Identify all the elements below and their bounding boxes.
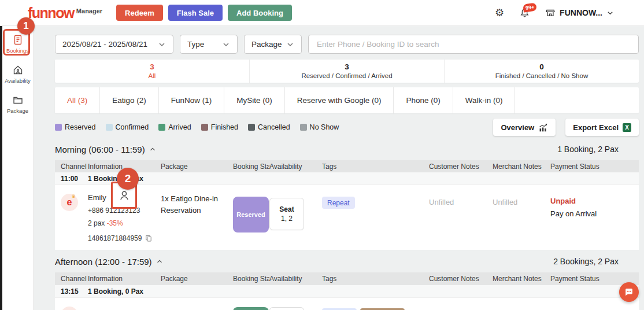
legend-swatch [201,124,208,131]
legend-swatch [158,124,165,131]
time-group-row: 13:15 1 Booking, 0 Pax [55,285,639,298]
stat-value: 3 [345,62,349,72]
overview-label: Overview [501,123,534,132]
date-range-picker[interactable]: 2025/08/21 - 2025/08/21 [55,35,173,54]
legend-no-show: No Show [300,123,339,131]
chat-bubble-icon [624,287,634,297]
status-badge-arrived[interactable]: Arrived [233,307,269,310]
eatigo-channel-icon: e ♛ [61,194,78,211]
redeem-button[interactable]: Redeem [116,5,163,21]
time-slot: 11:00 [61,175,88,183]
tab-mysite[interactable]: MySite (0) [224,87,285,113]
merchant-notes-cell: Unfilled [493,305,550,310]
afternoon-section-toggle[interactable]: Afternoon (12:00 - 17:59) [55,257,163,267]
crown-accent-icon: ♛ [72,194,76,199]
tab-funnow[interactable]: FunNow (1) [159,87,225,113]
sidebar-item-package[interactable]: Package [2,94,33,114]
chat-support-button[interactable] [619,282,639,302]
tab-phone[interactable]: Phone (0) [394,87,453,113]
availability-cell [269,305,322,310]
add-booking-button[interactable]: Add Booking [228,5,292,21]
booking-status-cell: Reserved [233,192,269,250]
package-cell: 1x Individual | Si [161,305,233,310]
customer-notes-cell: Unfilled [429,192,493,250]
legend-reserved: Reserved [55,123,96,131]
tab-reserve-with-google[interactable]: Reserve with Google (0) [285,87,394,113]
sidebar-item-availability[interactable]: Availability [2,64,33,84]
package-dropdown-label: Package [251,40,282,49]
sidebar-item-label: Availability [5,78,31,84]
tags-cell: 1st Visit ♛Privilege [322,305,429,310]
type-dropdown[interactable]: Type [180,35,238,54]
tutorial-step-1-badge: 1 [17,17,35,35]
discount-value: -35% [107,219,123,227]
payment-method: Pay on Arrival [550,209,639,218]
flash-sale-button[interactable]: Flash Sale [168,5,223,21]
store-icon [545,8,556,18]
tab-eatigo[interactable]: Eatigo (2) [100,87,159,113]
status-badge-reserved[interactable]: Reserved [233,197,269,232]
legend-cancelled: Cancelled [248,123,290,131]
account-name: FUNNOW... [560,8,602,17]
legend-finished: Finished [201,123,238,131]
payment-status-cell: Unpaid Pay on Arrival [550,192,639,250]
topbar-right: ⚙ 99+ FUNNOW... [495,8,614,19]
overview-button[interactable]: Overview [493,119,556,136]
stat-closed[interactable]: 0 Finished / Cancelled / No Show [445,60,639,83]
legend-confirmed: Confirmed [106,123,149,131]
pax-line: 2 pax -35% [88,219,161,227]
channel-tabs: All (3) Eatigo (2) FunNow (1) MySite (0)… [55,87,639,113]
sidebar: Bookings Availability Package [2,26,34,310]
type-dropdown-label: Type [187,40,204,49]
afternoon-summary: 2 Bookings, 2 Pax [553,257,619,266]
morning-section-toggle[interactable]: Morning (06:00 - 11:59) [55,145,156,154]
copy-icon[interactable] [145,234,153,242]
booking-row-emily[interactable]: e ♛ Emily +886 912123123 2 pax -35% 1486… [55,185,639,250]
stat-all[interactable]: 3 All [55,60,250,83]
account-switcher[interactable]: FUNNOW... [545,8,614,18]
customer-notes-cell: Unfilled [429,305,493,310]
customer-name: Emily [88,193,106,202]
availability-cell: Seat 1, 2 [269,192,322,250]
time-slot-summary: 1 Booking, 2 Pax [88,175,639,183]
pax-count: 2 pax [88,219,105,227]
export-excel-button[interactable]: Export Excel X [565,119,639,136]
package-dropdown[interactable]: Package [244,35,302,54]
availability-home-icon [12,64,24,76]
table-header: Channel Information Package Booking Stat… [55,160,639,172]
morning-section-head: Morning (06:00 - 11:59) 1 Booking, 2 Pax [55,143,639,155]
booking-row-patricia[interactable]: f patricia Miss 1x Individual | Si Arriv [55,298,639,310]
legend-arrived: Arrived [158,123,191,131]
notification-bell-icon[interactable]: 99+ [519,8,530,19]
settings-gear-icon[interactable]: ⚙ [495,8,504,18]
chevron-down-icon [222,40,230,49]
notification-count-badge: 99+ [523,2,537,12]
legend-swatch [248,124,255,131]
funnow-logo: funnow Manager [28,6,102,20]
person-icon[interactable] [118,189,131,202]
chevron-down-icon [158,40,166,49]
excel-icon: X [623,123,631,132]
tab-all[interactable]: All (3) [55,87,100,113]
search-input[interactable] [308,35,639,54]
seat-assignment-box[interactable]: Seat 1, 2 [269,198,304,230]
channel-cell: f [61,305,88,310]
export-excel-label: Export Excel [573,123,619,132]
seat-assignment-box[interactable] [269,307,304,310]
logo-suffix: Manager [76,8,102,14]
time-group-row: 11:00 1 Booking, 2 Pax [55,172,639,185]
package-cell: 1x Eatigo Dine-inReservation [161,192,233,250]
chart-icon [538,123,548,132]
table-header: Channel Information Package Booking Stat… [55,272,639,285]
tags-cell: Repeat [322,192,429,250]
channel-cell: e ♛ [61,192,88,250]
payment-status: Unpaid [550,197,639,205]
morning-section: Morning (06:00 - 11:59) 1 Booking, 2 Pax… [55,143,639,250]
chevron-up-icon [149,146,156,153]
status-legend-row: Reserved Confirmed Arrived Finished Canc… [55,119,639,136]
chevron-down-icon [606,9,614,17]
stat-active[interactable]: 3 Reserved / Confirmed / Arrived [250,60,445,83]
package-folder-icon [12,94,24,106]
legend-swatch [106,124,113,131]
tab-walk-in[interactable]: Walk-in (0) [453,87,516,113]
